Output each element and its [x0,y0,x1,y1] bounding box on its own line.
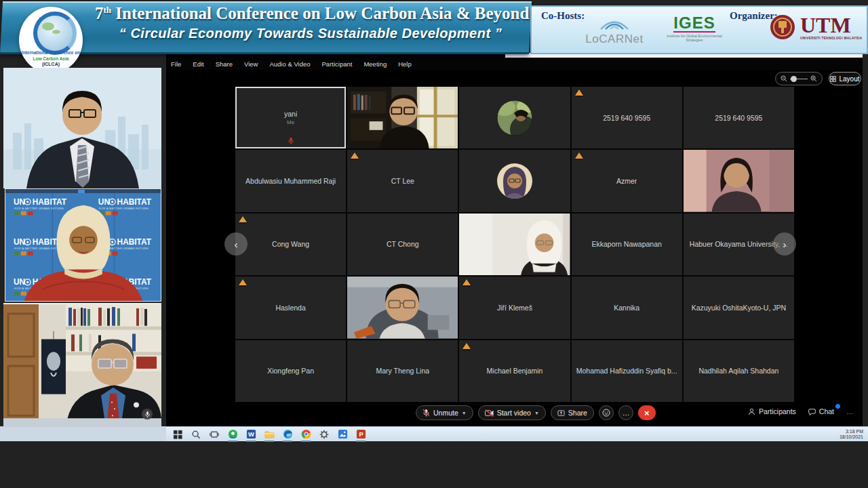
muted-mic-icon [422,409,430,417]
menu-item-edit[interactable]: Edit [193,60,203,68]
more-panels-button[interactable]: … [846,408,853,415]
search-taskbar-icon[interactable] [191,429,201,440]
zoom-slider-knob[interactable] [791,76,797,82]
participant-tile[interactable] [684,150,794,211]
participant-tile-ct-lee[interactable]: CT Lee [347,150,458,211]
participant-name: CT Chong [387,240,419,248]
iclca-caption-line1: International Conference on [19,50,83,56]
unmute-button[interactable]: Unmute ▼ [416,405,473,420]
edge-taskbar-icon[interactable] [282,429,293,440]
svg-text:FOR A BETTER URBAN FUTURE: FOR A BETTER URBAN FUTURE [14,207,64,210]
menu-item-help[interactable]: Help [398,60,412,68]
presenter-video-presenter-unhabitat[interactable]: UN HABITAT FOR A BETTER URBAN FUTURE UN … [5,188,161,302]
participant-tile-2519-640-9595[interactable]: 2519 640 9595 [684,87,794,148]
chat-button[interactable]: Chat [808,407,834,415]
locarnet-arcs-icon [595,19,633,30]
leave-meeting-button[interactable]: × [638,405,656,420]
participant-tile-ekkaporn-nawapanan[interactable]: Ekkaporn Nawapanan [572,214,682,275]
task-view-taskbar-icon[interactable] [209,429,220,440]
participant-tile-xiongfeng-pan[interactable]: Xiongfeng Pan [235,340,346,402]
utm-subtitle: UNIVERSITI TEKNOLOGI MALAYSIA [800,37,862,40]
participant-tile-abdulwasiu-muhammed-raji[interactable]: Abdulwasiu Muhammed Raji [235,150,346,211]
participant-tile-azmer[interactable]: Azmer [572,150,682,211]
start-video-button[interactable]: Start video ▼ [478,405,546,420]
participant-name: Jiří Klemeš [497,304,532,312]
clock-date: 18/10/2021 [840,434,863,440]
share-button[interactable]: Share [551,405,594,420]
settings-taskbar-icon[interactable] [319,429,330,440]
start-video-label: Start video [497,409,531,417]
participant-tile[interactable] [347,277,458,338]
iges-subtitle: Institute for Global Environmental Strat… [662,34,727,42]
layout-button[interactable]: Layout [829,72,861,85]
menu-item-meeting[interactable]: Meeting [363,60,387,68]
panel-controls: Participants Chat … [748,407,853,415]
participant-tile[interactable] [459,87,570,148]
utm-wordmark: UTM [800,14,862,37]
participant-tile-haslenda[interactable]: Haslenda [235,277,346,338]
photos-taskbar-icon[interactable] [337,429,348,440]
participant-tile-mohamad-hafizuddin-syafiq-b[interactable]: Mohamad Hafizuddin Syafiq b... [572,340,682,402]
menu-item-audio-video[interactable]: Audio & Video [269,60,310,68]
participants-button[interactable]: Participants [748,407,796,415]
reactions-button[interactable] [599,405,614,420]
presenter-video-presenter-suit[interactable] [3,68,161,188]
webex-taskbar-icon[interactable] [227,429,238,440]
svg-text:UN: UN [14,237,25,247]
layout-button-label: Layout [839,75,859,83]
participant-tile-mary-theng-lina[interactable]: Mary Theng Lina [347,340,458,402]
file-explorer-taskbar-icon[interactable] [264,429,275,440]
more-options-button[interactable]: … [618,405,633,420]
participant-name: yani [284,110,297,118]
menu-item-participant[interactable]: Participant [322,60,353,68]
participant-tile-2519-640-9595[interactable]: 2519 640 9595 [572,87,682,148]
chevron-down-icon[interactable]: ▼ [462,411,467,415]
locarnet-wordmark: LoCARNet [574,33,655,46]
chat-label: Chat [819,407,834,415]
start-taskbar-icon[interactable] [172,429,183,440]
next-page-button[interactable]: › [773,232,796,256]
participant-tile[interactable] [459,214,570,275]
grid-zoom-control[interactable] [775,72,823,85]
video-feed [3,68,161,188]
participant-tile-michael-benjamin[interactable]: Michael Benjamin [459,340,570,402]
svg-text:HABITAT: HABITAT [33,197,67,207]
unmute-label: Unmute [433,409,458,417]
participant-name: Mary Theng Lina [376,367,429,375]
word-taskbar-icon[interactable]: W [245,429,256,440]
zoom-in-icon[interactable] [810,75,817,82]
iges-wordmark: IGES [673,15,715,33]
participant-tile-ct-chong[interactable]: CT Chong [347,214,458,275]
muted-mic-icon [288,137,294,145]
menu-item-view[interactable]: View [244,60,258,68]
chevron-down-icon[interactable]: ▼ [534,411,539,415]
participant-tile[interactable] [459,150,570,211]
powerpoint-taskbar-icon[interactable]: P [355,429,366,440]
menu-item-share[interactable]: Share [216,60,233,68]
participant-tile-ji-kleme[interactable]: Jiří Klemeš [459,277,570,338]
iclca-logo: International Conference on Low Carbon A… [19,7,83,73]
video-feed [347,87,458,148]
meeting-controls: Unmute ▼ Start video ▼ Share … × [416,405,656,420]
previous-page-button[interactable]: ‹ [224,232,248,256]
zoom-slider[interactable] [790,79,808,79]
chrome-taskbar-icon[interactable] [300,429,311,440]
menu-item-file[interactable]: File [171,60,181,68]
participant-tile-yani[interactable]: yaniMe [235,87,346,148]
participant-tile-kazuyuki-oshitakyoto-u-jpn[interactable]: Kazuyuki OshitaKyoto-U, JPN [684,277,794,338]
video-feed [3,304,161,427]
conference-subtitle: “ Circular Economy Towards Sustainable D… [95,26,526,41]
participant-tile-nadhilah-aqilah-shahdan[interactable]: Nadhilah Aqilah Shahdan [684,340,794,402]
menu-bar: FileEditShareViewAudio & VideoParticipan… [166,58,863,70]
participant-name: Kannika [614,304,639,312]
participant-tile-kannika[interactable]: Kannika [572,277,682,338]
participant-tile[interactable] [347,87,458,148]
conference-title: 7th International Conference on Low Carb… [95,4,526,23]
taskbar-clock[interactable]: 3:18 PM 18/10/2021 [840,429,868,440]
zoom-out-icon[interactable] [781,75,787,82]
presenter-video-presenter-bookshelf[interactable] [3,303,161,427]
participants-label: Participants [759,407,796,415]
participant-name: Ekkaporn Nawapanan [592,240,662,248]
cohosts-panel: Co-Hosts: LoCARNet IGES Institute for Gl… [530,5,868,54]
participant-tile-cong-wang[interactable]: Cong Wang [235,214,346,275]
